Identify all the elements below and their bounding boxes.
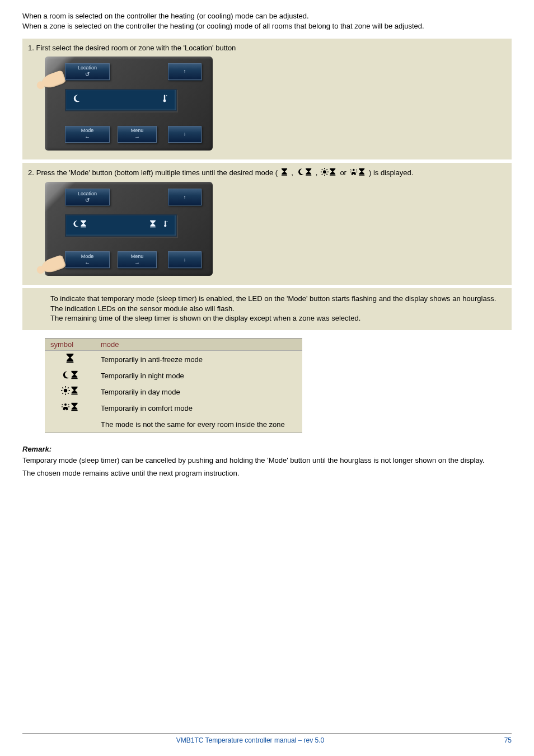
menu-label: Menu	[131, 128, 144, 133]
sun-hourglass-icon	[321, 168, 337, 178]
menu-label: Menu	[131, 254, 144, 259]
mode-label: Mode	[81, 128, 94, 133]
empty-symbol-cell	[45, 416, 95, 433]
remark-line-2: The chosen mode remains active until the…	[22, 468, 512, 478]
arrow-left-icon: ←	[85, 260, 90, 266]
remark-section: Remark: Temporary mode (sleep timer) can…	[22, 444, 512, 478]
mode-label: Mode	[81, 254, 94, 259]
step-2-text: 2. Press the 'Mode' button (bottom left)…	[28, 167, 506, 179]
up-button[interactable]: ↑	[168, 63, 202, 80]
thermometer-icon	[162, 220, 170, 231]
table-header-row: symbol mode	[45, 338, 302, 351]
comfort-hourglass-icon	[61, 402, 79, 414]
location-label: Location	[78, 65, 97, 71]
arrow-up-icon: ↑	[184, 69, 186, 74]
intro-line-1: When a room is selected on the controlle…	[22, 11, 512, 21]
intro-paragraphs: When a room is selected on the controlle…	[22, 11, 512, 31]
arrow-right-icon: →	[134, 134, 140, 140]
location-button[interactable]: Location ↺	[65, 63, 110, 80]
intro-line-2: When a zone is selected on the controlle…	[22, 21, 512, 31]
header-mode: mode	[95, 338, 302, 351]
note-line-1: To indicate that temporary mode (sleep t…	[50, 294, 504, 313]
mode-cell: Temporarily in night mode	[95, 368, 302, 384]
mode-cell: Temporarily in comfort mode	[95, 400, 302, 416]
hourglass-icon	[149, 220, 157, 231]
table-row: Temporarily in night mode	[45, 368, 302, 384]
step-2-instruction-b: ) is displayed.	[369, 168, 413, 178]
comfort-hourglass-icon	[350, 168, 366, 178]
mode-button[interactable]: Mode ←	[65, 251, 110, 268]
lcd-display-1	[65, 89, 177, 111]
arrow-down-icon: ↓	[184, 132, 186, 137]
step-1-text: 1. First select the desired room or zone…	[28, 43, 506, 53]
mode-cell: Temporarily in day mode	[95, 384, 302, 400]
arrow-down-icon: ↓	[184, 257, 186, 262]
refresh-icon: ↺	[85, 72, 90, 77]
arrow-left-icon: ←	[85, 134, 90, 140]
menu-button[interactable]: Menu →	[118, 126, 157, 143]
step-2-instruction-a: Press the 'Mode' button (bottom left) mu…	[36, 168, 278, 178]
table-row: Temporarily in comfort mode	[45, 400, 302, 416]
note-line-2: The remaining time of the sleep timer is…	[50, 313, 504, 323]
controller-image-2: Location ↺ ↑ Mode ← Menu → ↓	[45, 182, 213, 276]
moon-hourglass-icon	[72, 220, 87, 231]
step-2-or: or	[340, 168, 346, 178]
sun-hourglass-icon	[61, 386, 79, 398]
moon-hourglass-icon	[296, 168, 312, 178]
down-button[interactable]: ↓	[168, 251, 202, 268]
hourglass-icon	[65, 353, 75, 366]
remark-line-1: Temporary mode (sleep timer) can be canc…	[22, 456, 512, 466]
menu-button[interactable]: Menu →	[118, 251, 157, 268]
mode-cell: Temporarily in anti-freeze mode	[95, 351, 302, 368]
step-1-instruction: First select the desired room or zone wi…	[36, 44, 236, 52]
up-button[interactable]: ↑	[168, 189, 202, 205]
finger-icon	[40, 69, 67, 90]
table-row: The mode is not the same for every room …	[45, 416, 302, 433]
mode-table-container: symbol mode Temporarily in anti-freeze m…	[22, 338, 512, 433]
remark-title: Remark:	[22, 444, 512, 454]
arrow-right-icon: →	[134, 260, 140, 266]
moon-hourglass-icon	[61, 370, 79, 382]
lcd-display-2	[65, 214, 177, 237]
step-2-block: 2. Press the 'Mode' button (bottom left)…	[22, 163, 512, 285]
table-row: Temporarily in anti-freeze mode	[45, 351, 302, 368]
step-2-number: 2.	[28, 168, 34, 178]
refresh-icon: ↺	[85, 198, 90, 203]
sleep-timer-note: To indicate that temporary mode (sleep t…	[22, 288, 512, 330]
table-row: Temporarily in day mode	[45, 384, 302, 400]
step-1-number: 1.	[28, 44, 34, 52]
mode-button[interactable]: Mode ←	[65, 126, 110, 143]
mode-cell: The mode is not the same for every room …	[95, 416, 302, 433]
hourglass-icon	[280, 168, 288, 178]
mode-symbol-table: symbol mode Temporarily in anti-freeze m…	[45, 338, 302, 433]
location-button[interactable]: Location ↺	[65, 189, 110, 205]
arrow-up-icon: ↑	[184, 195, 186, 200]
controller-image-1: Location ↺ ↑ Mode ← Menu → ↓	[45, 57, 213, 151]
location-label: Location	[78, 191, 97, 196]
moon-icon	[72, 94, 81, 106]
down-button[interactable]: ↓	[168, 126, 202, 143]
header-symbol: symbol	[45, 338, 95, 351]
step-1-block: 1. First select the desired room or zone…	[22, 39, 512, 159]
thermometer-icon	[161, 94, 170, 106]
finger-icon	[40, 255, 67, 275]
